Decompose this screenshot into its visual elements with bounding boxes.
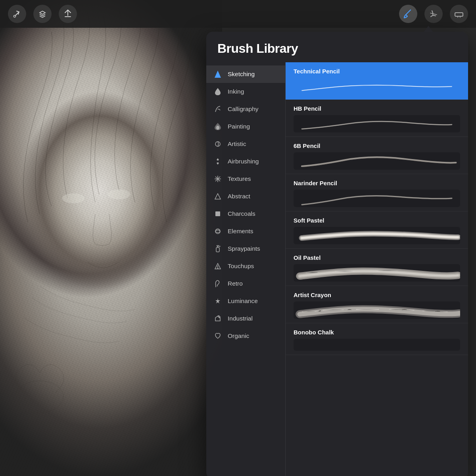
category-item-inking[interactable]: Inking [206,83,285,100]
category-item-artistic[interactable]: Artistic [206,135,285,153]
svg-point-2 [16,381,63,413]
brush-list: Technical Pencil HB Pencil [286,62,468,476]
brush-stroke-preview-bonobo-chalk [294,339,460,351]
category-item-industrial[interactable]: Industrial [206,310,285,327]
svg-marker-27 [215,316,220,321]
svg-marker-26 [215,298,220,303]
brush-library-panel: Brush Library Sketching Inking Cal [206,32,468,476]
category-item-retro[interactable]: Retro [206,275,285,292]
smudge-tool-button[interactable] [424,5,443,23]
svg-point-0 [62,194,84,203]
category-item-luminance[interactable]: Luminance [206,292,285,310]
modify-button[interactable] [8,5,26,23]
category-label-artistic: Artistic [228,140,246,148]
spraypaints-icon [213,244,222,253]
svg-marker-28 [218,315,220,318]
category-label-charcoals: Charcoals [228,210,255,217]
category-label-elements: Elements [228,228,253,235]
layers-button[interactable] [33,5,52,23]
category-item-charcoals[interactable]: Charcoals [206,205,285,223]
category-label-industrial: Industrial [228,315,253,322]
calligraphy-icon [213,105,222,113]
brush-stroke-preview-artist-crayon [294,301,460,319]
brush-name-hb-pencil: HB Pencil [294,105,460,112]
panel-header: Brush Library [206,32,468,62]
brush-stroke-preview-soft-pastel [294,227,460,244]
category-item-elements[interactable]: Elements [206,223,285,240]
touchups-icon [213,262,222,271]
brush-item-narinder-pencil[interactable]: Narinder Pencil [286,174,468,211]
abstract-icon [213,192,222,201]
inking-icon [213,87,222,96]
top-toolbar [0,0,476,28]
luminance-icon [213,297,222,305]
category-item-touchups[interactable]: Touchups [206,257,285,275]
brush-name-6b-pencil: 6B Pencil [294,142,460,149]
brush-item-bonobo-chalk[interactable]: Bonobo Chalk [286,323,468,355]
artistic-icon [213,140,222,148]
panel-arrow [424,26,433,32]
svg-point-25 [217,268,218,269]
brush-name-narinder-pencil: Narinder Pencil [294,180,460,186]
category-item-spraypaints[interactable]: Spraypaints [206,240,285,257]
category-label-luminance: Luminance [228,298,258,305]
svg-point-7 [215,142,220,146]
category-label-spraypaints: Spraypaints [228,245,260,252]
category-item-organic[interactable]: Organic [206,327,285,345]
painting-icon [213,122,222,131]
brush-item-soft-pastel[interactable]: Soft Pastel [286,211,468,249]
svg-marker-5 [215,71,221,78]
sketch-svg [0,0,222,476]
category-label-touchups: Touchups [228,263,254,270]
category-list: Sketching Inking Calligraphy Painting [206,62,286,476]
brush-stroke-preview-6b-pencil [294,152,460,170]
brush-item-6b-pencil[interactable]: 6B Pencil [286,137,468,174]
svg-point-18 [215,229,220,234]
charcoals-icon [213,209,222,218]
svg-rect-19 [216,248,219,252]
svg-point-3 [14,15,16,17]
svg-rect-17 [215,211,220,216]
brush-stroke-preview-narinder-pencil [294,190,460,207]
category-label-painting: Painting [228,123,250,130]
category-label-inking: Inking [228,88,244,95]
svg-rect-4 [455,13,463,16]
panel-title: Brush Library [217,41,457,56]
category-label-abstract: Abstract [228,193,250,200]
brush-name-soft-pastel: Soft Pastel [294,217,460,224]
category-item-calligraphy[interactable]: Calligraphy [206,100,285,118]
category-item-textures[interactable]: Textures [206,170,285,188]
toolbar-left [8,5,77,23]
svg-rect-20 [217,245,219,246]
category-item-sketching[interactable]: Sketching [206,65,285,83]
eraser-tool-button[interactable] [450,5,468,23]
brush-item-hb-pencil[interactable]: HB Pencil [286,100,468,137]
elements-icon [213,227,222,236]
brush-stroke-preview-hb-pencil [294,115,460,132]
brush-item-oil-pastel[interactable]: Oil Pastel [286,249,468,286]
panel-content: Sketching Inking Calligraphy Painting [206,62,468,476]
svg-marker-16 [215,194,221,199]
toolbar-right [399,5,468,23]
brush-item-artist-crayon[interactable]: Artist Crayon [286,286,468,323]
airbrushing-icon [213,157,222,166]
brush-name-artist-crayon: Artist Crayon [294,292,460,298]
brush-name-bonobo-chalk: Bonobo Chalk [294,329,460,336]
brush-tool-button[interactable] [399,5,417,23]
category-label-calligraphy: Calligraphy [228,106,259,113]
category-label-textures: Textures [228,175,251,182]
brush-name-oil-pastel: Oil Pastel [294,254,460,261]
category-item-painting[interactable]: Painting [206,118,285,135]
category-item-abstract[interactable]: Abstract [206,188,285,205]
export-button[interactable] [59,5,77,23]
organic-icon [213,332,222,340]
category-item-airbrushing[interactable]: Airbrushing [206,153,285,170]
brush-name-technical-pencil: Technical Pencil [294,68,460,75]
brush-stroke-preview-technical-pencil [294,78,460,95]
brush-item-technical-pencil[interactable]: Technical Pencil [286,62,468,100]
category-label-sketching: Sketching [228,71,255,78]
svg-point-1 [108,190,130,199]
category-label-retro: Retro [228,280,243,287]
retro-icon [213,279,222,288]
category-label-organic: Organic [228,332,249,340]
